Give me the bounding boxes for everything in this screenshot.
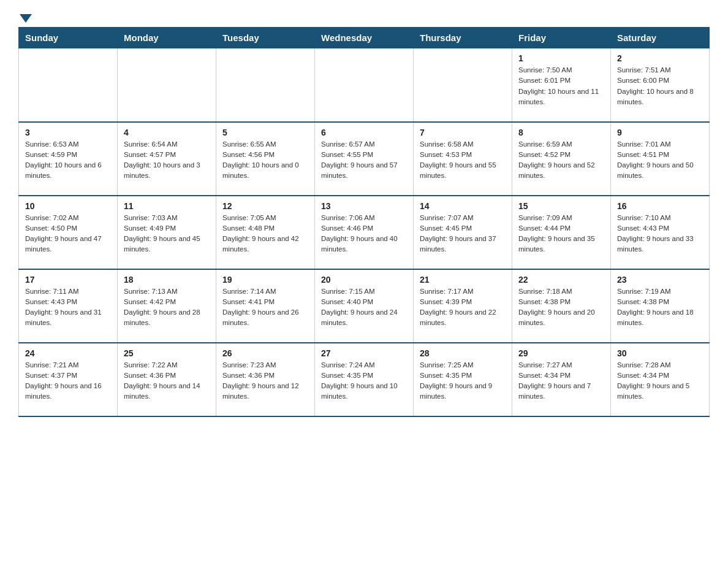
day-number: 10 xyxy=(25,201,111,211)
day-number: 12 xyxy=(222,201,308,211)
day-number: 25 xyxy=(124,348,210,358)
calendar-week-row: 3Sunrise: 6:53 AM Sunset: 4:59 PM Daylig… xyxy=(19,122,710,196)
weekday-header-sunday: Sunday xyxy=(19,28,118,48)
calendar-cell: 28Sunrise: 7:25 AM Sunset: 4:35 PM Dayli… xyxy=(414,343,512,416)
calendar-cell: 9Sunrise: 7:01 AM Sunset: 4:51 PM Daylig… xyxy=(611,122,710,196)
calendar-cell: 7Sunrise: 6:58 AM Sunset: 4:53 PM Daylig… xyxy=(414,122,512,196)
calendar-week-row: 24Sunrise: 7:21 AM Sunset: 4:37 PM Dayli… xyxy=(19,343,710,416)
calendar-cell xyxy=(118,48,216,122)
day-info: Sunrise: 7:07 AM Sunset: 4:45 PM Dayligh… xyxy=(420,213,506,255)
calendar-cell: 12Sunrise: 7:05 AM Sunset: 4:48 PM Dayli… xyxy=(216,196,315,269)
day-number: 14 xyxy=(420,201,506,211)
day-info: Sunrise: 7:14 AM Sunset: 4:41 PM Dayligh… xyxy=(222,286,308,329)
day-info: Sunrise: 7:28 AM Sunset: 4:34 PM Dayligh… xyxy=(617,360,703,402)
day-info: Sunrise: 7:06 AM Sunset: 4:46 PM Dayligh… xyxy=(321,213,407,255)
calendar-cell: 3Sunrise: 6:53 AM Sunset: 4:59 PM Daylig… xyxy=(19,122,118,196)
day-info: Sunrise: 6:55 AM Sunset: 4:56 PM Dayligh… xyxy=(222,139,308,182)
day-number: 24 xyxy=(25,348,111,358)
calendar-cell: 1Sunrise: 7:50 AM Sunset: 6:01 PM Daylig… xyxy=(512,48,611,122)
day-info: Sunrise: 7:11 AM Sunset: 4:43 PM Dayligh… xyxy=(25,286,111,329)
calendar-cell: 24Sunrise: 7:21 AM Sunset: 4:37 PM Dayli… xyxy=(19,343,118,416)
day-info: Sunrise: 7:24 AM Sunset: 4:35 PM Dayligh… xyxy=(321,360,407,402)
day-number: 8 xyxy=(518,128,604,137)
day-number: 26 xyxy=(222,348,308,358)
day-number: 20 xyxy=(321,275,407,285)
day-info: Sunrise: 7:22 AM Sunset: 4:36 PM Dayligh… xyxy=(124,360,210,402)
day-info: Sunrise: 7:27 AM Sunset: 4:34 PM Dayligh… xyxy=(518,360,604,402)
day-number: 22 xyxy=(518,275,604,285)
weekday-header-wednesday: Wednesday xyxy=(315,28,414,48)
day-number: 21 xyxy=(420,275,506,285)
calendar-cell: 5Sunrise: 6:55 AM Sunset: 4:56 PM Daylig… xyxy=(216,122,315,196)
day-info: Sunrise: 7:13 AM Sunset: 4:42 PM Dayligh… xyxy=(124,286,210,329)
calendar-cell: 30Sunrise: 7:28 AM Sunset: 4:34 PM Dayli… xyxy=(611,343,710,416)
day-number: 7 xyxy=(420,128,506,137)
calendar-cell: 25Sunrise: 7:22 AM Sunset: 4:36 PM Dayli… xyxy=(118,343,216,416)
day-info: Sunrise: 7:03 AM Sunset: 4:49 PM Dayligh… xyxy=(124,213,210,255)
calendar-cell xyxy=(216,48,315,122)
calendar-cell xyxy=(19,48,118,122)
day-info: Sunrise: 7:15 AM Sunset: 4:40 PM Dayligh… xyxy=(321,286,407,329)
day-info: Sunrise: 7:17 AM Sunset: 4:39 PM Dayligh… xyxy=(420,286,506,329)
calendar-week-row: 1Sunrise: 7:50 AM Sunset: 6:01 PM Daylig… xyxy=(19,48,710,122)
weekday-header-tuesday: Tuesday xyxy=(216,28,315,48)
calendar-cell: 18Sunrise: 7:13 AM Sunset: 4:42 PM Dayli… xyxy=(118,269,216,343)
calendar-cell: 26Sunrise: 7:23 AM Sunset: 4:36 PM Dayli… xyxy=(216,343,315,416)
calendar-cell: 21Sunrise: 7:17 AM Sunset: 4:39 PM Dayli… xyxy=(414,269,512,343)
weekday-header-saturday: Saturday xyxy=(611,28,710,48)
day-info: Sunrise: 7:09 AM Sunset: 4:44 PM Dayligh… xyxy=(518,213,604,255)
calendar-cell: 20Sunrise: 7:15 AM Sunset: 4:40 PM Dayli… xyxy=(315,269,414,343)
calendar-cell: 14Sunrise: 7:07 AM Sunset: 4:45 PM Dayli… xyxy=(414,196,512,269)
calendar-cell: 15Sunrise: 7:09 AM Sunset: 4:44 PM Dayli… xyxy=(512,196,611,269)
calendar-cell: 29Sunrise: 7:27 AM Sunset: 4:34 PM Dayli… xyxy=(512,343,611,416)
logo xyxy=(18,12,33,21)
day-number: 13 xyxy=(321,201,407,211)
day-info: Sunrise: 7:02 AM Sunset: 4:50 PM Dayligh… xyxy=(25,213,111,255)
day-info: Sunrise: 6:59 AM Sunset: 4:52 PM Dayligh… xyxy=(518,139,604,182)
calendar-cell xyxy=(414,48,512,122)
day-info: Sunrise: 7:01 AM Sunset: 4:51 PM Dayligh… xyxy=(617,139,703,182)
day-info: Sunrise: 6:53 AM Sunset: 4:59 PM Dayligh… xyxy=(25,139,111,182)
day-number: 16 xyxy=(617,201,703,211)
day-info: Sunrise: 7:10 AM Sunset: 4:43 PM Dayligh… xyxy=(617,213,703,255)
calendar-table: SundayMondayTuesdayWednesdayThursdayFrid… xyxy=(18,27,710,417)
calendar-cell: 4Sunrise: 6:54 AM Sunset: 4:57 PM Daylig… xyxy=(118,122,216,196)
day-info: Sunrise: 7:05 AM Sunset: 4:48 PM Dayligh… xyxy=(222,213,308,255)
day-number: 19 xyxy=(222,275,308,285)
day-number: 9 xyxy=(617,128,703,137)
day-number: 6 xyxy=(321,128,407,137)
calendar-cell: 19Sunrise: 7:14 AM Sunset: 4:41 PM Dayli… xyxy=(216,269,315,343)
calendar-cell xyxy=(315,48,414,122)
calendar-cell: 6Sunrise: 6:57 AM Sunset: 4:55 PM Daylig… xyxy=(315,122,414,196)
calendar-cell: 23Sunrise: 7:19 AM Sunset: 4:38 PM Dayli… xyxy=(611,269,710,343)
logo-arrow-icon xyxy=(20,14,32,23)
day-number: 17 xyxy=(25,275,111,285)
calendar-header-row: SundayMondayTuesdayWednesdayThursdayFrid… xyxy=(19,28,710,48)
page-header xyxy=(18,12,710,21)
calendar-cell: 16Sunrise: 7:10 AM Sunset: 4:43 PM Dayli… xyxy=(611,196,710,269)
day-number: 18 xyxy=(124,275,210,285)
weekday-header-monday: Monday xyxy=(118,28,216,48)
day-number: 11 xyxy=(124,201,210,211)
day-info: Sunrise: 7:18 AM Sunset: 4:38 PM Dayligh… xyxy=(518,286,604,329)
day-info: Sunrise: 6:58 AM Sunset: 4:53 PM Dayligh… xyxy=(420,139,506,182)
day-number: 23 xyxy=(617,275,703,285)
calendar-week-row: 17Sunrise: 7:11 AM Sunset: 4:43 PM Dayli… xyxy=(19,269,710,343)
calendar-cell: 22Sunrise: 7:18 AM Sunset: 4:38 PM Dayli… xyxy=(512,269,611,343)
day-number: 1 xyxy=(518,53,604,63)
day-info: Sunrise: 7:51 AM Sunset: 6:00 PM Dayligh… xyxy=(617,65,703,107)
calendar-week-row: 10Sunrise: 7:02 AM Sunset: 4:50 PM Dayli… xyxy=(19,196,710,269)
day-info: Sunrise: 7:23 AM Sunset: 4:36 PM Dayligh… xyxy=(222,360,308,402)
day-info: Sunrise: 7:25 AM Sunset: 4:35 PM Dayligh… xyxy=(420,360,506,402)
day-info: Sunrise: 7:19 AM Sunset: 4:38 PM Dayligh… xyxy=(617,286,703,329)
day-info: Sunrise: 7:50 AM Sunset: 6:01 PM Dayligh… xyxy=(518,65,604,107)
day-number: 28 xyxy=(420,348,506,358)
day-number: 15 xyxy=(518,201,604,211)
day-number: 30 xyxy=(617,348,703,358)
calendar-cell: 27Sunrise: 7:24 AM Sunset: 4:35 PM Dayli… xyxy=(315,343,414,416)
day-number: 4 xyxy=(124,128,210,137)
calendar-cell: 10Sunrise: 7:02 AM Sunset: 4:50 PM Dayli… xyxy=(19,196,118,269)
day-number: 3 xyxy=(25,128,111,137)
day-info: Sunrise: 6:57 AM Sunset: 4:55 PM Dayligh… xyxy=(321,139,407,182)
day-info: Sunrise: 6:54 AM Sunset: 4:57 PM Dayligh… xyxy=(124,139,210,182)
